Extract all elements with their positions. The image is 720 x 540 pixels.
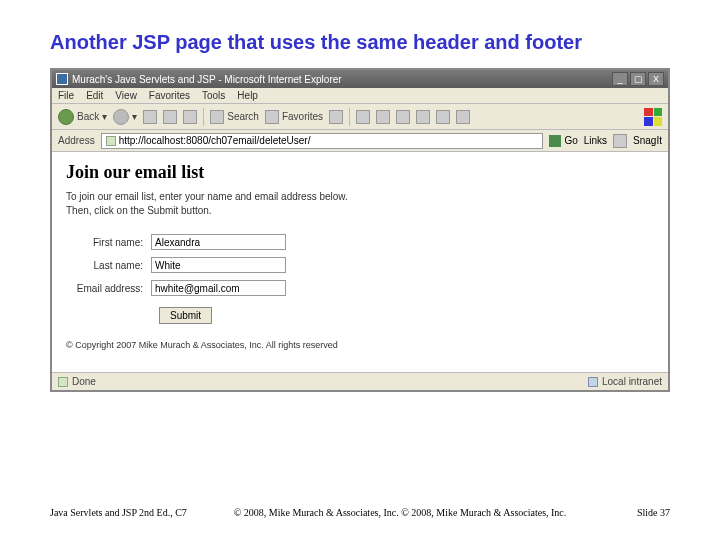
- research-icon[interactable]: [456, 110, 470, 124]
- menu-edit[interactable]: Edit: [86, 90, 103, 101]
- zone-text: Local intranet: [602, 376, 662, 387]
- page-heading: Join our email list: [66, 162, 654, 183]
- address-field[interactable]: http://localhost:8080/ch07email/deleteUs…: [101, 133, 544, 149]
- titlebar: Murach's Java Servlets and JSP - Microso…: [52, 70, 668, 88]
- refresh-icon[interactable]: [163, 110, 177, 124]
- slide-footer: Java Servlets and JSP 2nd Ed., C7 © 2008…: [0, 507, 720, 518]
- back-button[interactable]: Back▾: [58, 109, 107, 125]
- page-copyright: © Copyright 2007 Mike Murach & Associate…: [66, 340, 654, 350]
- status-text: Done: [72, 376, 96, 387]
- slide-title: Another JSP page that uses the same head…: [50, 30, 670, 54]
- favorites-button[interactable]: Favorites: [265, 110, 323, 124]
- menu-favorites[interactable]: Favorites: [149, 90, 190, 101]
- media-icon[interactable]: [329, 110, 343, 124]
- menu-tools[interactable]: Tools: [202, 90, 225, 101]
- email-label: Email address:: [66, 283, 151, 294]
- done-icon: [58, 377, 68, 387]
- footer-center: © 2008, Mike Murach & Associates, Inc. ©…: [210, 507, 590, 518]
- email-field[interactable]: [151, 280, 286, 296]
- print-icon[interactable]: [396, 110, 410, 124]
- last-name-label: Last name:: [66, 260, 151, 271]
- toolbar: Back▾ ▾ Search Favorites: [52, 104, 668, 130]
- window-title: Murach's Java Servlets and JSP - Microso…: [72, 74, 612, 85]
- page-icon: [106, 136, 116, 146]
- zone-icon: [588, 377, 598, 387]
- discuss-icon[interactable]: [436, 110, 450, 124]
- links-label[interactable]: Links: [584, 135, 607, 146]
- snagit-icon[interactable]: [613, 134, 627, 148]
- search-button[interactable]: Search: [210, 110, 259, 124]
- last-name-field[interactable]: [151, 257, 286, 273]
- menu-help[interactable]: Help: [237, 90, 258, 101]
- status-bar: Done Local intranet: [52, 372, 668, 390]
- submit-button[interactable]: Submit: [159, 307, 212, 324]
- menu-file[interactable]: File: [58, 90, 74, 101]
- maximize-button[interactable]: ▢: [630, 72, 646, 86]
- address-bar: Address http://localhost:8080/ch07email/…: [52, 130, 668, 152]
- edit-icon[interactable]: [416, 110, 430, 124]
- first-name-label: First name:: [66, 237, 151, 248]
- instruction-line-1: To join our email list, enter your name …: [66, 191, 654, 202]
- address-label: Address: [58, 135, 95, 146]
- instruction-line-2: Then, click on the Submit button.: [66, 205, 654, 216]
- browser-window: Murach's Java Servlets and JSP - Microso…: [50, 68, 670, 392]
- page-content: Join our email list To join our email li…: [52, 152, 668, 372]
- windows-logo-icon: [644, 108, 662, 126]
- mail-icon[interactable]: [376, 110, 390, 124]
- go-button[interactable]: Go: [549, 135, 577, 147]
- snagit-label: SnagIt: [633, 135, 662, 146]
- forward-button[interactable]: ▾: [113, 109, 137, 125]
- address-url: http://localhost:8080/ch07email/deleteUs…: [119, 135, 311, 146]
- minimize-button[interactable]: _: [612, 72, 628, 86]
- footer-left: Java Servlets and JSP 2nd Ed., C7: [50, 507, 210, 518]
- first-name-field[interactable]: [151, 234, 286, 250]
- home-icon[interactable]: [183, 110, 197, 124]
- close-button[interactable]: X: [648, 72, 664, 86]
- stop-icon[interactable]: [143, 110, 157, 124]
- footer-right: Slide 37: [590, 507, 670, 518]
- menubar: File Edit View Favorites Tools Help: [52, 88, 668, 104]
- history-icon[interactable]: [356, 110, 370, 124]
- menu-view[interactable]: View: [115, 90, 137, 101]
- ie-icon: [56, 73, 68, 85]
